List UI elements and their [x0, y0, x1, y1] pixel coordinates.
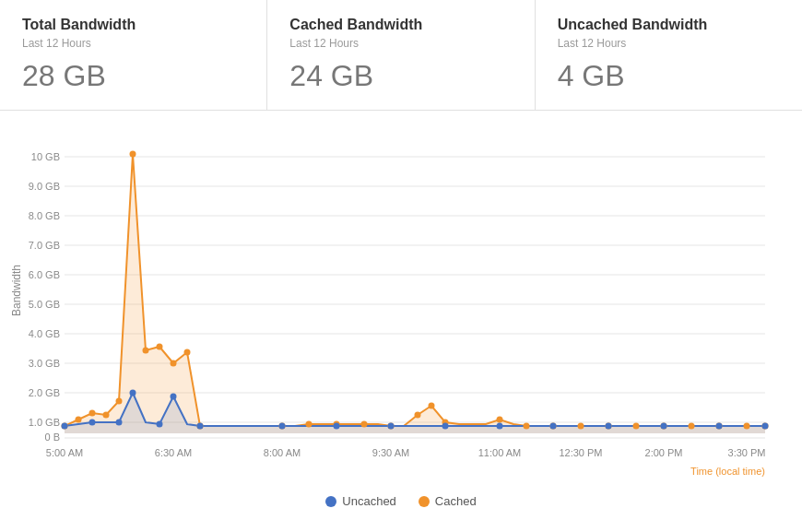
svg-text:10 GB: 10 GB	[31, 151, 60, 162]
uncached-legend-item: Uncached	[325, 494, 396, 508]
cached-dot	[171, 361, 177, 367]
uncached-dot	[497, 423, 503, 430]
svg-text:7.0 GB: 7.0 GB	[29, 240, 60, 251]
total-bandwidth-subtitle: Last 12 Hours	[22, 37, 244, 50]
svg-text:3.0 GB: 3.0 GB	[29, 358, 60, 369]
cached-legend-item: Cached	[419, 494, 477, 508]
svg-text:4.0 GB: 4.0 GB	[29, 328, 60, 339]
x-tick: 11:00 AM	[478, 447, 521, 458]
svg-text:9.0 GB: 9.0 GB	[29, 181, 60, 192]
uncached-bandwidth-card: Uncached Bandwidth Last 12 Hours 4 GB	[536, 0, 802, 110]
cached-dot	[578, 423, 584, 430]
x-tick: 8:00 AM	[264, 447, 301, 458]
svg-text:2.0 GB: 2.0 GB	[29, 387, 60, 398]
uncached-bandwidth-title: Uncached Bandwidth	[558, 17, 780, 33]
cached-dot	[689, 423, 695, 430]
total-bandwidth-title: Total Bandwidth	[22, 17, 244, 33]
uncached-dot	[334, 423, 340, 430]
uncached-legend-dot	[325, 496, 336, 507]
uncached-dot	[661, 423, 667, 430]
uncached-dot	[130, 390, 136, 396]
uncached-legend-label: Uncached	[342, 494, 396, 508]
cached-dot	[744, 423, 750, 430]
cached-dot	[497, 417, 503, 423]
uncached-dot	[606, 423, 612, 430]
total-bandwidth-card: Total Bandwidth Last 12 Hours 28 GB	[0, 0, 267, 110]
cached-bandwidth-title: Cached Bandwidth	[289, 17, 512, 33]
cached-dot	[184, 349, 191, 356]
uncached-dot	[157, 421, 163, 428]
cached-dot	[524, 423, 530, 430]
uncached-dot	[116, 420, 123, 426]
cached-dot	[143, 348, 149, 354]
cached-dot	[361, 421, 368, 428]
uncached-dot	[550, 423, 557, 430]
x-tick: 9:30 AM	[372, 447, 409, 458]
cached-dot	[157, 344, 163, 350]
cached-legend-label: Cached	[435, 494, 477, 508]
cached-dot	[76, 417, 82, 423]
total-bandwidth-value: 28 GB	[22, 59, 244, 93]
cached-bandwidth-subtitle: Last 12 Hours	[289, 37, 512, 50]
chart-legend: Uncached Cached	[9, 494, 793, 508]
uncached-bandwidth-subtitle: Last 12 Hours	[558, 37, 780, 50]
svg-text:6.0 GB: 6.0 GB	[29, 269, 60, 280]
x-tick: 6:30 AM	[155, 447, 192, 458]
x-tick: 3:30 PM	[728, 447, 766, 458]
uncached-dot	[716, 423, 723, 430]
cached-bandwidth-value: 24 GB	[289, 59, 512, 93]
svg-text:1.0 GB: 1.0 GB	[29, 417, 60, 428]
cached-dot	[103, 412, 110, 419]
svg-text:5.0 GB: 5.0 GB	[29, 299, 60, 310]
bandwidth-chart: Bandwidth 10 GB 9.0 GB 8.0 GB 7.0 GB 6.0…	[9, 129, 784, 489]
cached-legend-dot	[419, 496, 430, 507]
cached-dot	[89, 410, 96, 417]
y-axis-label: Bandwidth	[10, 265, 23, 316]
cached-dot	[116, 398, 123, 405]
cached-fill-area	[65, 154, 765, 438]
uncached-dot	[197, 423, 204, 430]
uncached-dot	[442, 423, 449, 430]
uncached-dot	[89, 420, 96, 426]
uncached-dot	[762, 423, 769, 430]
uncached-dot	[62, 423, 68, 430]
cached-dot	[633, 423, 640, 430]
uncached-bandwidth-value: 4 GB	[558, 59, 780, 93]
x-axis-label: Time (local time)	[690, 466, 765, 477]
x-tick: 12:30 PM	[559, 447, 602, 458]
svg-text:8.0 GB: 8.0 GB	[29, 210, 60, 221]
cached-dot	[415, 412, 421, 419]
x-tick: 2:00 PM	[645, 447, 683, 458]
cached-dot	[429, 403, 435, 409]
uncached-dot	[388, 423, 395, 430]
cached-bandwidth-card: Cached Bandwidth Last 12 Hours 24 GB	[267, 0, 535, 110]
uncached-dot	[171, 394, 177, 400]
chart-container: Bandwidth 10 GB 9.0 GB 8.0 GB 7.0 GB 6.0…	[0, 111, 802, 517]
cached-dot	[130, 151, 136, 158]
stats-row: Total Bandwidth Last 12 Hours 28 GB Cach…	[0, 0, 802, 111]
svg-text:0 B: 0 B	[44, 432, 60, 443]
cached-dot	[306, 421, 313, 428]
x-tick: 5:00 AM	[46, 447, 83, 458]
uncached-dot	[279, 423, 286, 430]
